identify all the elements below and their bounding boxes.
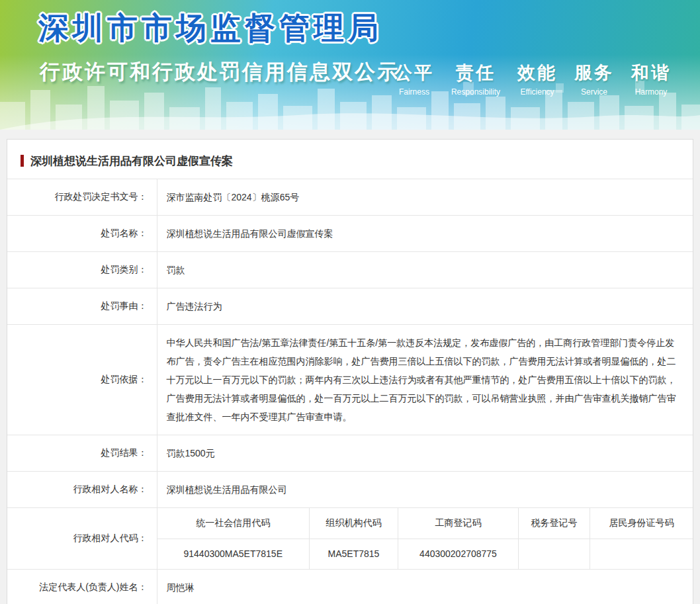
penalty-info-table: 行政处罚决定书文号： 深市监南处罚〔2024〕桃源65号 处罚名称： 深圳植想说… [7, 179, 693, 604]
codes-header: 居民身份证号码 [590, 508, 693, 539]
row-value: 广告违法行为 [157, 288, 693, 325]
table-row: 行政相对人名称： 深圳植想说生活用品有限公司 [7, 472, 693, 508]
table-row: 处罚类别： 罚款 [7, 252, 693, 288]
slogan-cn: 服务 [574, 61, 614, 85]
table-row: 行政处罚决定书文号： 深市监南处罚〔2024〕桃源65号 [7, 179, 693, 216]
case-title-row: 深圳植想说生活用品有限公司虚假宣传案 [7, 140, 693, 179]
slogan-cn: 效能 [517, 61, 557, 85]
slogan-item: 公平 Fairness [394, 61, 434, 97]
row-value: 深圳植想说生活用品有限公司 [157, 472, 693, 508]
site-banner: 深圳市市场监督管理局 行政许可和行政处罚信用信息双公示 公平 Fairness … [0, 0, 700, 130]
slogan-item: 责任 Responsibility [451, 61, 500, 97]
title-marker-bar [21, 155, 24, 167]
slogan-item: 和谐 Harmony [631, 61, 671, 97]
row-label: 行政相对人名称： [7, 472, 157, 508]
slogan-en: Service [581, 87, 607, 97]
slogan-en: Responsibility [451, 87, 500, 97]
table-row: 处罚结果： 罚款1500元 [7, 435, 693, 472]
table-row: 处罚依据： 中华人民共和国广告法/第五章法律责任/第五十五条/第一款违反本法规定… [7, 325, 693, 435]
row-label: 行政相对人代码： [7, 508, 157, 570]
slogan-cn: 公平 [394, 61, 434, 85]
row-value: 罚款 [157, 252, 693, 288]
row-value: 深市监南处罚〔2024〕桃源65号 [157, 179, 693, 216]
slogan-strip: 公平 Fairness 责任 Responsibility 效能 Efficie… [394, 61, 671, 97]
row-label: 处罚结果： [7, 435, 157, 472]
codes-value [519, 539, 590, 569]
content-panel: 深圳植想说生活用品有限公司虚假宣传案 行政处罚决定书文号： 深市监南处罚〔202… [7, 139, 693, 604]
site-title: 深圳市市场监督管理局 [38, 8, 382, 49]
row-value-penalty-basis: 中华人民共和国广告法/第五章法律责任/第五十五条/第一款违反本法规定，发布虚假广… [157, 325, 693, 435]
slogan-en: Efficiency [520, 87, 554, 97]
row-label: 行政处罚决定书文号： [7, 179, 157, 216]
row-label: 法定代表人(负责人)姓名： [7, 570, 157, 604]
table-row: 处罚事由： 广告违法行为 [7, 288, 693, 325]
table-row: 法定代表人(负责人)姓名： 周恺琳 [7, 570, 693, 604]
table-row: 处罚名称： 深圳植想说生活用品有限公司虚假宣传案 [7, 216, 693, 252]
slogan-item: 服务 Service [574, 61, 614, 97]
codes-value: 440300202708775 [398, 539, 519, 569]
case-title: 深圳植想说生活用品有限公司虚假宣传案 [30, 155, 233, 167]
row-label: 处罚名称： [7, 216, 157, 252]
slogan-cn: 和谐 [631, 61, 671, 85]
slogan-item: 效能 Efficiency [517, 61, 557, 97]
row-value: 周恺琳 [157, 570, 693, 604]
codes-header: 组织机构代码 [310, 508, 398, 539]
slogan-cn: 责任 [456, 61, 496, 85]
row-value: 罚款1500元 [157, 435, 693, 472]
codes-value-row: 91440300MA5ET7815E MA5ET7815 44030020270… [157, 539, 693, 569]
slogan-en: Harmony [635, 87, 668, 97]
slogan-en: Fairness [399, 87, 429, 97]
codes-header: 工商登记码 [398, 508, 519, 539]
codes-header-row: 统一社会信用代码 组织机构代码 工商登记码 税务登记号 居民身份证号码 [157, 508, 693, 539]
codes-value: 91440300MA5ET7815E [157, 539, 310, 569]
row-label: 处罚类别： [7, 252, 157, 288]
table-row-codes: 行政相对人代码： 统一社会信用代码 组织机构代码 工商登记码 税务登记号 居民身… [7, 508, 693, 570]
party-codes-table: 统一社会信用代码 组织机构代码 工商登记码 税务登记号 居民身份证号码 9144… [157, 508, 693, 569]
site-subtitle: 行政许可和行政处罚信用信息双公示 [40, 58, 400, 86]
row-label: 处罚事由： [7, 288, 157, 325]
codes-value [590, 539, 693, 569]
codes-cell: 统一社会信用代码 组织机构代码 工商登记码 税务登记号 居民身份证号码 9144… [157, 508, 693, 570]
row-label: 处罚依据： [7, 325, 157, 435]
codes-value: MA5ET7815 [310, 539, 398, 569]
row-value: 深圳植想说生活用品有限公司虚假宣传案 [157, 216, 693, 252]
codes-header: 统一社会信用代码 [157, 508, 310, 539]
codes-header: 税务登记号 [519, 508, 590, 539]
